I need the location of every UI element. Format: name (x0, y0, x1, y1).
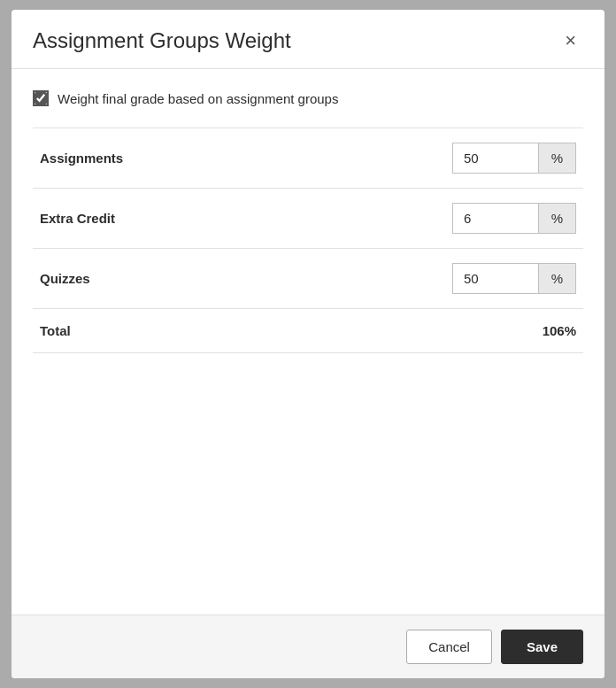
total-value: 106% (260, 309, 583, 353)
table-row: Quizzes% (33, 249, 583, 309)
total-label: Total (33, 309, 260, 353)
row-label: Assignments (33, 128, 260, 189)
cancel-button[interactable]: Cancel (406, 630, 492, 664)
weight-checkbox[interactable] (35, 92, 47, 104)
weight-checkbox-row: Weight final grade based on assignment g… (33, 90, 583, 106)
table-row: Assignments% (33, 128, 583, 189)
modal-body: Weight final grade based on assignment g… (12, 69, 604, 615)
weight-input[interactable] (452, 263, 538, 294)
table-row: Extra Credit% (33, 189, 583, 249)
modal-overlay: Assignment Groups Weight × Weight final … (0, 0, 616, 688)
modal-title: Assignment Groups Weight (33, 28, 291, 53)
input-group: % (452, 263, 576, 294)
percent-symbol: % (538, 203, 576, 234)
close-button[interactable]: × (558, 27, 583, 54)
weight-input[interactable] (452, 203, 538, 234)
row-input-cell: % (260, 128, 583, 189)
input-group: % (452, 203, 576, 234)
weight-input[interactable] (452, 143, 538, 174)
percent-symbol: % (538, 143, 576, 174)
save-button[interactable]: Save (501, 630, 583, 664)
row-input-cell: % (260, 189, 583, 249)
assignment-table: Assignments%Extra Credit%Quizzes% Total … (33, 128, 583, 353)
row-label: Quizzes (33, 249, 260, 309)
input-group: % (452, 143, 576, 174)
row-label: Extra Credit (33, 189, 260, 249)
modal-dialog: Assignment Groups Weight × Weight final … (12, 10, 604, 678)
percent-symbol: % (538, 263, 576, 294)
row-input-cell: % (260, 249, 583, 309)
modal-header: Assignment Groups Weight × (12, 10, 604, 69)
modal-footer: Cancel Save (12, 615, 604, 678)
checkbox-label: Weight final grade based on assignment g… (58, 91, 338, 106)
total-row: Total 106% (33, 309, 583, 353)
checkbox-wrapper[interactable] (33, 90, 49, 106)
